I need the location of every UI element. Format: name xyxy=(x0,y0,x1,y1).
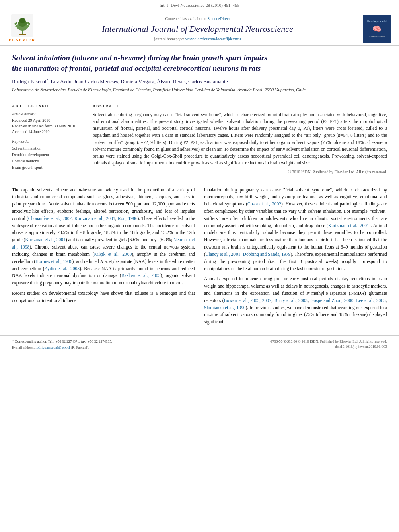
logo-dev-text: Developmental xyxy=(366,19,387,23)
title-solvent: Solvent inhalation (toluene and n-hexane… xyxy=(12,53,267,62)
body-col-left: The organic solvents toluene and n-hexan… xyxy=(12,187,195,329)
ref-clancy[interactable]: Clancy et al., 2001 xyxy=(206,252,241,257)
keywords-label: Keywords: xyxy=(12,139,78,144)
footer-right: 0736-5748/$36.00 © 2010 ISDN. Published … xyxy=(270,339,387,349)
ref-baslow[interactable]: Baslow et al., 2003 xyxy=(121,273,160,278)
body-para-4: Animals exposed to toluene during pre- o… xyxy=(204,275,387,326)
affiliation: Laboratorio de Neurociencias, Escuela de… xyxy=(12,87,387,93)
body-para-1: The organic solvents toluene and n-hexan… xyxy=(12,187,195,287)
contents-available: Contents lists available at ScienceDirec… xyxy=(36,16,359,22)
keyword-2: Dendritic development xyxy=(12,152,78,158)
journal-homepage: journal homepage: www.elsevier.com/locat… xyxy=(36,36,359,42)
ref-bowen[interactable]: Bowen et al., 2005, 2007 xyxy=(224,298,271,303)
keywords-list: Solvent inhalation Dendritic development… xyxy=(12,145,78,171)
ref-chouaniere[interactable]: Chouanlère et al., 2002 xyxy=(28,216,72,221)
journal-logo-right: Developmental 🧠 Neuroscience xyxy=(359,15,391,43)
journal-logo-box: Developmental 🧠 Neuroscience xyxy=(363,15,391,43)
footer-doi: doi:10.1016/j.ijdevneu.2010.06.003 xyxy=(270,344,387,349)
contents-label: Contents lists available at xyxy=(165,16,206,21)
section-divider xyxy=(12,181,387,181)
footer-left: * Corresponding author. Tel.: +56 32 227… xyxy=(12,339,270,350)
abstract-col: ABSTRACT Solvent abuse during pregnancy … xyxy=(93,103,387,175)
elsevier-tree-icon xyxy=(11,14,33,37)
ref-hormes[interactable]: Hormes et al., 1986 xyxy=(35,259,72,264)
body-para-3: inhalation during pregnancy can cause "f… xyxy=(204,187,387,273)
ref-gospe[interactable]: Gospe and Zhou, 2000 xyxy=(311,298,354,303)
elsevier-logo: ELSEVIER xyxy=(8,14,36,43)
citation-bar: Int. J. Devl Neuroscience 28 (2010) 491–… xyxy=(0,0,399,10)
article-title: Solvent inhalation (toluene and n-hexane… xyxy=(12,53,387,73)
ref-kurtzman3[interactable]: Kurtzman et al., 2001 xyxy=(328,223,369,228)
keyword-4: Brain growth spurt xyxy=(12,164,78,171)
ref-dobbing[interactable]: Dobbing and Sands, 1979 xyxy=(243,252,291,257)
body-para-2: Recent studies on developmental toxicolo… xyxy=(12,290,195,304)
ref-kurtzman1[interactable]: Kurtzman et al., 2001 xyxy=(74,216,115,221)
logo-neuro-text: Neuroscience xyxy=(369,35,385,39)
abstract-text: Solvent abuse during pregnancy may cause… xyxy=(93,111,387,167)
sciencedirect-link[interactable]: ScienceDirect xyxy=(207,16,230,21)
corresponding-note: * Corresponding author. Tel.: +56 32 227… xyxy=(12,339,270,344)
title-maturation: the maturation of frontal, parietal and … xyxy=(12,64,261,72)
page-wrapper: Int. J. Devl Neuroscience 28 (2010) 491–… xyxy=(0,0,399,353)
authors-text: Rodrigo Pascual*, Luz Aedo, Juan Carlos … xyxy=(12,78,228,84)
journal-title: International Journal of Developmental N… xyxy=(36,23,359,35)
article-history-block: Article history: Received 29 April 2010 … xyxy=(12,111,78,135)
ref-costa[interactable]: Costa et al., 2002 xyxy=(247,201,281,206)
keyword-3: Cortical neurons xyxy=(12,158,78,164)
copyright-notice: © 2010 ISDN. Published by Elsevier Ltd. … xyxy=(93,169,387,175)
body-col-right: inhalation during pregnancy can cause "f… xyxy=(204,187,387,329)
accepted-date: Accepted 14 June 2010 xyxy=(12,129,78,135)
body-two-col: The organic solvents toluene and n-hexan… xyxy=(12,187,387,329)
received-date: Received 29 April 2010 xyxy=(12,118,78,123)
elsevier-text: ELSEVIER xyxy=(9,37,36,43)
journal-center: Contents lists available at ScienceDirec… xyxy=(36,16,359,42)
ref-ron[interactable]: Ron, 1986 xyxy=(118,216,137,221)
homepage-link[interactable]: www.elsevier.com/locate/ijdevneu xyxy=(185,37,241,41)
email-link[interactable]: rodrigo.pascual@ucv.cl xyxy=(35,345,70,349)
email-note: E-mail address: rodrigo.pascual@ucv.cl (… xyxy=(12,345,270,350)
ref-lee[interactable]: Lee et al., 2005 xyxy=(356,298,385,303)
keywords-block: Keywords: Solvent inhalation Dendritic d… xyxy=(12,139,78,171)
ref-kilcik[interactable]: Kılçik et al., 2000 xyxy=(94,252,132,257)
abstract-heading: ABSTRACT xyxy=(93,103,387,109)
footer-notes: * Corresponding author. Tel.: +56 32 227… xyxy=(12,339,270,350)
article-meta-section: ARTICLE INFO Article history: Received 2… xyxy=(12,99,387,175)
ref-kurtzman2[interactable]: Kurtzman et al., 2001 xyxy=(25,237,65,242)
article-info-col: ARTICLE INFO Article history: Received 2… xyxy=(12,103,84,175)
corresponding-text: * Corresponding author. Tel.: +56 32 227… xyxy=(12,339,112,343)
authors-line: Rodrigo Pascual*, Luz Aedo, Juan Carlos … xyxy=(12,78,387,86)
article-info-heading: ARTICLE INFO xyxy=(12,103,78,109)
ref-slomianka[interactable]: Slomianka et al., 1990 xyxy=(204,305,246,310)
journal-header: ELSEVIER Contents lists available at Sci… xyxy=(0,10,399,46)
svg-point-4 xyxy=(19,18,25,23)
keyword-1: Solvent inhalation xyxy=(12,145,78,152)
email-person: (R. Pascual). xyxy=(71,345,89,349)
citation-text: Int. J. Devl Neuroscience 28 (2010) 491–… xyxy=(160,3,240,8)
homepage-label: journal homepage: xyxy=(154,37,185,41)
revised-date: Received in revised form 30 May 2010 xyxy=(12,123,78,129)
ref-aydin[interactable]: Aydin et al., 2003 xyxy=(45,266,80,271)
footer-issn: 0736-5748/$36.00 © 2010 ISDN. Published … xyxy=(270,339,387,344)
page-footer: * Corresponding author. Tel.: +56 32 227… xyxy=(0,335,399,353)
ref-burry[interactable]: Burry et al., 2003 xyxy=(274,298,308,303)
history-label: Article history: xyxy=(12,111,78,117)
email-label: E-mail address: xyxy=(12,345,35,349)
article-content: Solvent inhalation (toluene and n-hexane… xyxy=(0,46,399,335)
brain-icon: 🧠 xyxy=(372,24,381,34)
svg-rect-9 xyxy=(19,34,26,35)
